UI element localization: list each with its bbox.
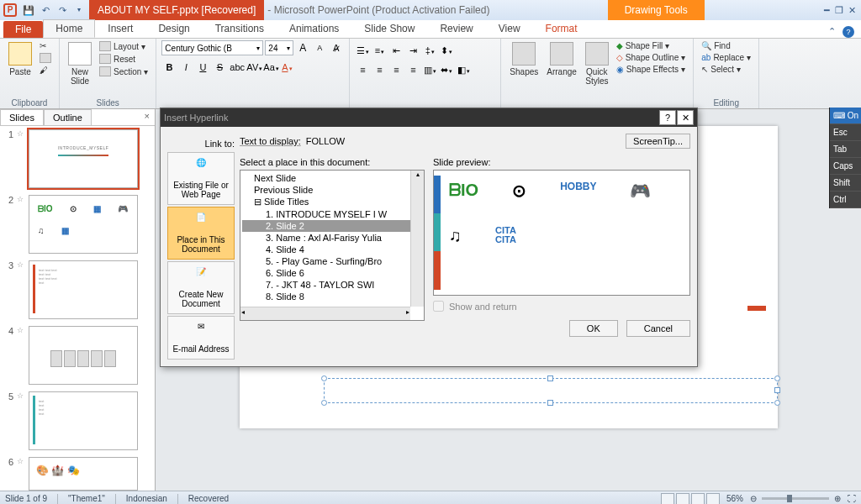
cut-button[interactable]: ✂ bbox=[37, 40, 54, 51]
view-slideshow-icon[interactable] bbox=[706, 493, 720, 505]
tree-hscroll[interactable]: ◂▸ bbox=[240, 307, 410, 320]
thumb-3[interactable]: text text texttext texttext text texttex… bbox=[29, 260, 138, 319]
align-center-button[interactable]: ≡ bbox=[372, 62, 387, 77]
find-button[interactable]: 🔍Find bbox=[699, 40, 753, 51]
help-icon[interactable]: ? bbox=[843, 26, 854, 38]
bullets-button[interactable]: ☰ bbox=[355, 43, 370, 58]
dec-indent-button[interactable]: ⇤ bbox=[388, 43, 404, 58]
outline-tab[interactable]: Outline bbox=[44, 109, 92, 125]
format-painter-button[interactable]: 🖌 bbox=[37, 65, 54, 76]
tab-view[interactable]: View bbox=[486, 19, 533, 38]
columns-button[interactable]: ▥ bbox=[422, 62, 437, 77]
osk-tab[interactable]: Tab bbox=[830, 141, 861, 158]
shrink-font-button[interactable]: A bbox=[312, 40, 327, 55]
osk-esc[interactable]: Esc bbox=[830, 124, 861, 141]
link-existing-file[interactable]: 🌐Existing File or Web Page bbox=[167, 152, 235, 205]
link-create-new[interactable]: 📝Create New Document bbox=[167, 261, 235, 314]
tab-format[interactable]: Format bbox=[533, 19, 590, 38]
text-to-display-input[interactable] bbox=[306, 136, 621, 146]
tree-item[interactable]: ⊟ Slide Titles bbox=[242, 196, 422, 208]
numbering-button[interactable]: ≡ bbox=[372, 43, 387, 58]
tab-insert[interactable]: Insert bbox=[95, 19, 145, 38]
cancel-button[interactable]: Cancel bbox=[626, 320, 690, 337]
zoom-out-button[interactable]: ⊖ bbox=[750, 494, 757, 503]
minimize-icon[interactable]: ━ bbox=[824, 5, 830, 16]
link-place-in-doc[interactable]: 📄Place in This Document bbox=[167, 207, 235, 260]
strike-button[interactable]: S bbox=[212, 60, 227, 75]
tree-item[interactable]: 7. - JKT 48 - TAYLOR SWI bbox=[242, 279, 422, 291]
shape-fill-button[interactable]: ◆Shape Fill ▾ bbox=[614, 40, 688, 51]
arrange-button[interactable]: Arrange bbox=[543, 40, 580, 78]
tree-item[interactable]: 3. Name : Axl Al-Farisy Yulia bbox=[242, 232, 422, 244]
tab-slideshow[interactable]: Slide Show bbox=[351, 19, 427, 38]
tab-home[interactable]: Home bbox=[43, 19, 95, 38]
close-icon[interactable]: ✕ bbox=[848, 5, 856, 16]
thumb-2[interactable]: ᗷIO⊙▦🎮♫▦ bbox=[29, 195, 138, 254]
tree-item[interactable]: 4. Slide 4 bbox=[242, 244, 422, 255]
section-button[interactable]: Section ▾ bbox=[97, 66, 151, 77]
osk-caps[interactable]: Caps bbox=[830, 158, 861, 175]
close-panel-icon[interactable]: × bbox=[140, 109, 155, 125]
font-size-combo[interactable]: 24▾ bbox=[265, 40, 293, 55]
grow-font-button[interactable]: A bbox=[295, 40, 310, 55]
ribbon-minimize-icon[interactable]: ⌃ bbox=[826, 26, 837, 38]
font-family-combo[interactable]: Century Gothic (B▾ bbox=[161, 40, 263, 55]
dialog-close-button[interactable]: ✕ bbox=[677, 110, 694, 125]
tree-vscroll[interactable]: ▴ bbox=[410, 171, 424, 307]
zoom-value[interactable]: 56% bbox=[726, 494, 743, 503]
shapes-button[interactable]: Shapes bbox=[506, 40, 541, 78]
copy-button[interactable] bbox=[37, 52, 54, 64]
font-color-button[interactable]: A bbox=[279, 60, 294, 75]
shape-effects-button[interactable]: ◉Shape Effects ▾ bbox=[614, 64, 688, 75]
tree-item[interactable]: Previous Slide bbox=[242, 184, 422, 196]
osk-ctrl[interactable]: Ctrl bbox=[830, 192, 861, 208]
tree-item[interactable]: 1. INTRODUCE MYSELF I W bbox=[242, 208, 422, 220]
zoom-in-button[interactable]: ⊕ bbox=[834, 494, 841, 503]
quick-styles-button[interactable]: Quick Styles bbox=[582, 40, 612, 87]
ok-button[interactable]: OK bbox=[569, 320, 618, 337]
change-case-button[interactable]: Aa bbox=[262, 60, 277, 75]
tab-transitions[interactable]: Transitions bbox=[203, 19, 277, 38]
dialog-help-button[interactable]: ? bbox=[659, 110, 676, 125]
replace-button[interactable]: abReplace ▾ bbox=[699, 52, 753, 63]
new-slide-button[interactable]: New Slide bbox=[65, 40, 95, 87]
qat-save-icon[interactable]: 💾 bbox=[22, 3, 35, 17]
align-left-button[interactable]: ≡ bbox=[355, 62, 370, 77]
reset-button[interactable]: Reset bbox=[97, 53, 151, 65]
view-sorter-icon[interactable] bbox=[676, 493, 689, 505]
tab-design[interactable]: Design bbox=[145, 19, 202, 38]
italic-button[interactable]: I bbox=[178, 60, 193, 75]
char-spacing-button[interactable]: AV bbox=[246, 60, 261, 75]
qat-undo-icon[interactable]: ↶ bbox=[39, 3, 52, 17]
link-email[interactable]: ✉E-mail Address bbox=[167, 316, 235, 360]
layout-button[interactable]: Layout ▾ bbox=[97, 40, 151, 52]
align-text-button[interactable]: ⬌ bbox=[439, 62, 454, 77]
place-tree[interactable]: Next SlidePrevious Slide⊟ Slide Titles1.… bbox=[240, 170, 425, 321]
tab-review[interactable]: Review bbox=[427, 19, 485, 38]
screentip-button[interactable]: ScreenTip... bbox=[626, 134, 690, 149]
fit-to-window-button[interactable]: ⛶ bbox=[848, 494, 856, 503]
underline-button[interactable]: U bbox=[195, 60, 210, 75]
line-spacing-button[interactable]: ‡ bbox=[422, 43, 437, 58]
view-normal-icon[interactable] bbox=[661, 493, 674, 505]
zoom-slider[interactable] bbox=[762, 497, 829, 500]
file-tab[interactable]: File bbox=[3, 21, 43, 38]
paste-button[interactable]: Paste bbox=[5, 40, 35, 78]
osk-shift[interactable]: Shift bbox=[830, 175, 861, 192]
shadow-button[interactable]: abc bbox=[229, 60, 244, 75]
selected-textbox[interactable] bbox=[324, 378, 778, 403]
tree-item[interactable]: 6. Slide 6 bbox=[242, 267, 422, 279]
justify-button[interactable]: ≡ bbox=[405, 62, 420, 77]
osk-header[interactable]: ⌨ On bbox=[830, 108, 861, 124]
qat-customize-icon[interactable]: ▾ bbox=[72, 3, 86, 17]
smartart-button[interactable]: ◧ bbox=[456, 62, 471, 77]
status-lang[interactable]: Indonesian bbox=[126, 494, 167, 503]
clear-format-button[interactable]: A̷ bbox=[329, 40, 344, 55]
align-right-button[interactable]: ≡ bbox=[388, 62, 404, 77]
thumb-1[interactable]: INTRODUCE_MYSELF bbox=[29, 129, 138, 188]
text-direction-button[interactable]: ⬍ bbox=[439, 43, 454, 58]
tree-item[interactable]: 2. Slide 2 bbox=[242, 220, 422, 232]
restore-icon[interactable]: ❐ bbox=[835, 5, 843, 16]
inc-indent-button[interactable]: ⇥ bbox=[405, 43, 420, 58]
thumb-5[interactable]: texttexttexttext bbox=[29, 391, 138, 450]
